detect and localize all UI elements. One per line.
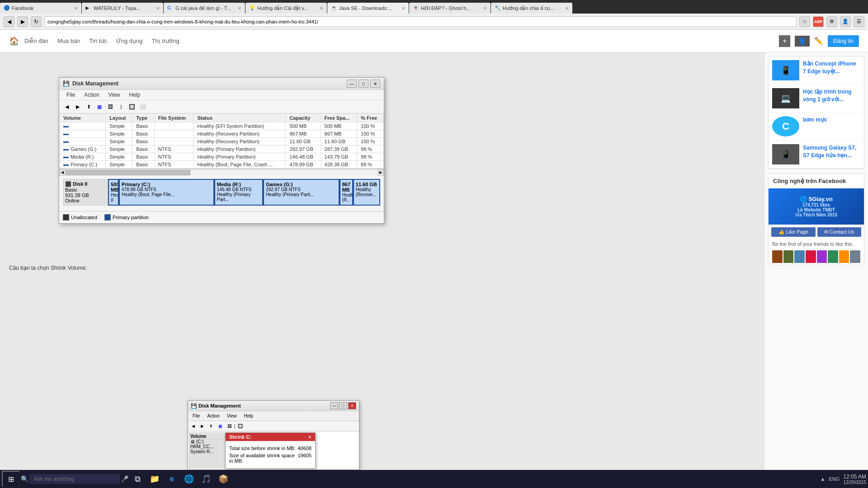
address-bar[interactable] <box>44 16 797 27</box>
bookmark-star[interactable]: ☆ <box>799 16 810 27</box>
post-button[interactable]: Đăng tin <box>828 35 859 47</box>
sidebar-item-coding[interactable]: 💻 Học lập trình trong vòng 1 giờ với... <box>769 84 864 113</box>
partition-recovery2[interactable]: 11.60 GB Healthy (Recove... <box>353 179 380 206</box>
win2-tb-fwd[interactable]: ▶ <box>198 422 206 430</box>
file-explorer-button[interactable]: 📁 <box>146 471 163 487</box>
scroll-left-btn[interactable]: ◀ <box>59 169 66 176</box>
tab-hoi-dap[interactable]: 👻 HỎI ĐÁP? - Ghost h... ✕ <box>409 3 491 14</box>
col-type[interactable]: Type <box>132 114 155 122</box>
menu-help[interactable]: Help <box>125 91 145 99</box>
table-row[interactable]: Simple Basic Healthy (Recovery Partition… <box>60 138 384 145</box>
menu-icon[interactable]: ☰ <box>854 16 864 27</box>
window2-titlebar[interactable]: 💾 Disk Management — □ ✕ <box>188 401 359 411</box>
package-button[interactable]: 📦 <box>215 471 231 487</box>
close-tab-icon[interactable]: ✕ <box>401 6 405 11</box>
forward-button[interactable]: ▶ <box>17 16 28 27</box>
win2-menu-help[interactable]: Help <box>241 413 256 419</box>
user-profile-button[interactable]: 👤 <box>795 36 810 47</box>
win2-menu-action[interactable]: Action <box>204 413 222 419</box>
menu-view[interactable]: View <box>104 91 125 99</box>
win2-tb-icon[interactable]: ▦ <box>216 422 224 430</box>
sidebar-item-bom-muc[interactable]: C bơm mực <box>769 113 864 141</box>
win2-close[interactable]: ✕ <box>348 402 356 409</box>
fb-like-btn[interactable]: 👍 Like Page <box>771 227 816 237</box>
nav-tin-tuc[interactable]: Tin tức <box>85 36 110 46</box>
win2-tb-back[interactable]: ◀ <box>189 422 197 430</box>
fb-contact-btn[interactable]: ✉ Contact Us <box>817 227 862 237</box>
maximize-button[interactable]: □ <box>359 80 368 88</box>
scroll-right-btn[interactable]: ▶ <box>377 169 384 176</box>
task-view-button[interactable]: ⧉ <box>129 471 146 487</box>
win2-tb-icon2[interactable]: 🖼 <box>225 422 233 430</box>
col-pct[interactable]: % Free <box>357 114 384 122</box>
table-row[interactable]: Games (G:) Simple Basic NTFS Healthy (Pr… <box>60 145 384 153</box>
col-layout[interactable]: Layout <box>106 114 132 122</box>
music-button[interactable]: 🎵 <box>198 471 214 487</box>
table-row[interactable]: Primary (C:) Simple Basic NTFS Healthy (… <box>60 161 384 169</box>
toolbar-back[interactable]: ◀ <box>62 102 72 112</box>
up-arrow-icon[interactable]: ▲ <box>821 476 826 482</box>
nav-ung-dung[interactable]: Ứng dụng <box>113 36 146 46</box>
close-tab-icon[interactable]: ✕ <box>483 6 487 11</box>
chrome-button[interactable]: 🌐 <box>181 471 197 487</box>
tab-waterlily[interactable]: ▶ WATERLILY - Tupa... ✕ <box>82 3 163 14</box>
microphone-icon[interactable]: 🎤 <box>121 475 128 483</box>
table-row[interactable]: Simple Basic Healthy (Recovery Partition… <box>60 130 384 138</box>
nav-dien-dan[interactable]: Diễn đàn <box>21 36 52 46</box>
abp-icon[interactable]: ABP <box>813 16 824 27</box>
tab-cai-dat[interactable]: 💡 Hướng dẫn Cài đặt v... ✕ <box>245 3 327 14</box>
close-tab-icon[interactable]: ✕ <box>74 6 78 11</box>
sidebar-item-samsung[interactable]: 📱 Samsung Galaxy S7, S7 Edge hứa hẹn... <box>769 141 864 169</box>
partition-recovery1[interactable]: 867 MB Healthy (R... <box>340 179 353 206</box>
window-titlebar[interactable]: 💾 Disk Management — □ ✕ <box>59 78 384 90</box>
col-free[interactable]: Free Spa... <box>321 114 357 122</box>
menu-file[interactable]: File <box>62 91 80 99</box>
tab-facebook[interactable]: 🔵 Facebook ✕ <box>0 3 81 14</box>
minimize-button[interactable]: — <box>347 80 357 88</box>
toolbar-icon4[interactable]: ⬜ <box>138 102 148 112</box>
edit-icon[interactable]: ✏️ <box>814 37 823 45</box>
col-volume[interactable]: Volume <box>60 114 106 122</box>
partition-r[interactable]: Media (R:) 146.48 GB NTFS Healthy (Prima… <box>214 179 263 206</box>
toolbar-forward[interactable]: ▶ <box>73 102 83 112</box>
win2-menu-file[interactable]: File <box>190 413 203 419</box>
start-button[interactable]: ⊞ <box>2 471 20 487</box>
col-fs[interactable]: File System <box>154 114 193 122</box>
reload-button[interactable]: ↻ <box>31 16 42 27</box>
partition-c[interactable]: Primary (C:) 478.99 GB NTFS Healthy (Boo… <box>119 179 214 206</box>
col-capacity[interactable]: Capacity <box>286 114 321 122</box>
close-tab-icon[interactable]: ✕ <box>320 6 323 11</box>
nav-mua-ban[interactable]: Mua bán <box>54 36 84 46</box>
extensions-icon[interactable]: ⚙ <box>826 16 837 27</box>
tab-java-làm-gì[interactable]: G G cài java để làm gì - T... ✕ <box>164 3 245 14</box>
sidebar-item-iphone[interactable]: 📱 Bản Concept iPhone 7 Edge tuyệt... <box>769 56 864 84</box>
table-row[interactable]: Simple Basic Healthy (EFI System Partiti… <box>60 122 384 130</box>
close-tab-icon[interactable]: ✕ <box>238 6 241 11</box>
toolbar-up[interactable]: ⬆ <box>84 102 94 112</box>
win2-menu-view[interactable]: View <box>224 413 240 419</box>
close-tab-icon[interactable]: ✕ <box>156 6 160 11</box>
close-tab-icon[interactable]: ✕ <box>565 6 569 11</box>
home-icon[interactable]: 🏠 <box>9 36 19 46</box>
win2-maximize[interactable]: □ <box>339 402 347 409</box>
toolbar-icon1[interactable]: ▦ <box>94 102 104 112</box>
close-button[interactable]: ✕ <box>370 80 380 88</box>
plus-button[interactable]: + <box>779 35 790 47</box>
menu-action[interactable]: Action <box>80 91 104 99</box>
tab-chia-o-cung[interactable]: 🔧 Hướng dẫn chia ổ cu... ✕ <box>491 3 572 14</box>
horizontal-scrollbar[interactable]: ◀ ▶ <box>59 169 384 175</box>
user-icon[interactable]: 👤 <box>840 16 851 27</box>
back-button[interactable]: ◀ <box>4 16 14 27</box>
tab-java-downloads[interactable]: ☕ Java SE - Downloads:... ✕ <box>327 3 409 14</box>
edge-button[interactable]: e <box>164 471 180 487</box>
taskbar-search[interactable] <box>29 474 120 484</box>
shrink-close[interactable]: ✕ <box>308 434 311 440</box>
win2-tb-icon3[interactable]: 🔲 <box>236 422 244 430</box>
col-status[interactable]: Status <box>193 114 286 122</box>
win2-tb-up[interactable]: ⬆ <box>207 422 215 430</box>
toolbar-icon2[interactable]: 🖼 <box>105 102 115 112</box>
toolbar-icon3[interactable]: 🔲 <box>127 102 137 112</box>
win2-minimize[interactable]: — <box>330 402 338 409</box>
table-row[interactable]: Media (R:) Simple Basic NTFS Healthy (Pr… <box>60 153 384 161</box>
partition-g[interactable]: Games (G:) 292.97 GB NTFS Healthy (Prima… <box>263 179 340 206</box>
